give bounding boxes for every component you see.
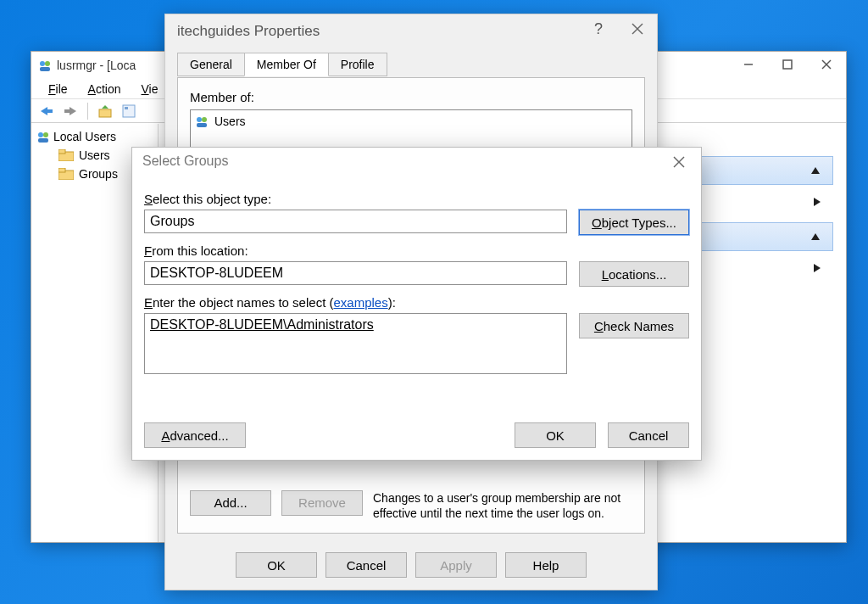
- object-type-field: Groups: [144, 210, 567, 233]
- ok-button[interactable]: OK: [236, 552, 317, 578]
- svg-rect-8: [47, 109, 53, 113]
- tab-general[interactable]: General: [177, 53, 245, 76]
- cancel-button[interactable]: Cancel: [326, 552, 407, 578]
- svg-marker-9: [70, 107, 76, 115]
- svg-point-1: [45, 61, 50, 66]
- svg-marker-7: [41, 107, 47, 115]
- folder-icon: [58, 168, 74, 180]
- properties-titlebar[interactable]: itechguides Properties ?: [165, 14, 657, 48]
- minimize-button[interactable]: [729, 52, 768, 77]
- object-types-button[interactable]: Object Types...: [579, 210, 689, 235]
- membership-note: Changes to a user's group membership are…: [373, 490, 632, 521]
- menu-file[interactable]: File: [38, 81, 78, 98]
- close-button[interactable]: [662, 151, 696, 173]
- svg-rect-19: [58, 149, 65, 154]
- cancel-button[interactable]: Cancel: [608, 422, 689, 448]
- tree-root[interactable]: Local Users: [33, 127, 156, 146]
- menu-view[interactable]: Vie: [131, 81, 169, 98]
- locations-button[interactable]: Locations...: [579, 261, 689, 287]
- svg-marker-25: [814, 264, 821, 272]
- help-button[interactable]: Help: [505, 552, 587, 578]
- object-names-value: DESKTOP-8LUDEEM\Administrators: [150, 317, 374, 333]
- select-titlebar[interactable]: Select Groups: [132, 148, 701, 175]
- add-button[interactable]: Add...: [190, 490, 271, 516]
- properties-title: itechguides Properties: [177, 23, 320, 40]
- tree-groups-label: Groups: [79, 167, 118, 181]
- svg-point-28: [197, 117, 202, 122]
- svg-point-0: [40, 61, 45, 66]
- tabstrip: General Member Of Profile: [177, 52, 657, 76]
- tab-profile[interactable]: Profile: [328, 53, 387, 76]
- select-title: Select Groups: [142, 154, 228, 169]
- svg-rect-11: [99, 109, 111, 117]
- maximize-button[interactable]: [768, 52, 807, 77]
- member-of-label: Member of:: [190, 90, 632, 104]
- group-icon: [36, 130, 50, 143]
- advanced-button[interactable]: Advanced...: [144, 422, 246, 448]
- svg-rect-17: [38, 138, 48, 143]
- forward-button[interactable]: [60, 102, 81, 120]
- tree-users-label: Users: [79, 148, 110, 162]
- up-folder-button[interactable]: [95, 102, 115, 120]
- properties-button[interactable]: [119, 102, 139, 120]
- tab-member-of[interactable]: Member Of: [244, 53, 329, 76]
- svg-point-29: [202, 117, 207, 122]
- svg-marker-23: [814, 198, 821, 206]
- menu-action[interactable]: Action: [78, 81, 131, 98]
- apply-button[interactable]: Apply: [415, 552, 497, 578]
- select-groups-dialog: Select Groups Select this object type: G…: [131, 147, 702, 461]
- remove-button[interactable]: Remove: [281, 490, 363, 516]
- svg-marker-22: [811, 167, 820, 174]
- svg-point-15: [38, 132, 43, 137]
- location-label: From this location:: [144, 243, 689, 258]
- close-button[interactable]: [618, 14, 657, 43]
- group-icon: [194, 115, 209, 128]
- close-button[interactable]: [807, 52, 846, 77]
- list-item[interactable]: Users: [192, 112, 630, 131]
- object-names-input[interactable]: DESKTOP-8LUDEEM\Administrators: [144, 313, 567, 374]
- chevron-up-icon: [810, 166, 821, 175]
- object-type-label: Select this object type:: [144, 192, 689, 206]
- chevron-right-icon: [813, 263, 821, 273]
- svg-rect-14: [125, 107, 128, 109]
- folder-icon: [58, 149, 74, 161]
- examples-link[interactable]: examples: [333, 295, 387, 310]
- ok-button[interactable]: OK: [515, 422, 596, 448]
- svg-rect-30: [197, 123, 207, 127]
- svg-rect-21: [58, 168, 65, 172]
- object-names-label: Enter the object names to select (exampl…: [144, 295, 689, 310]
- svg-marker-24: [811, 233, 820, 240]
- svg-point-16: [43, 132, 48, 137]
- separator: [87, 103, 88, 120]
- location-field: DESKTOP-8LUDEEM: [144, 261, 567, 285]
- tree-root-label: Local Users: [53, 130, 116, 143]
- main-title: lusrmgr - [Loca: [57, 59, 136, 72]
- people-icon: [38, 59, 52, 72]
- check-names-button[interactable]: Check Names: [579, 313, 689, 338]
- chevron-up-icon: [810, 232, 821, 241]
- svg-rect-4: [783, 60, 792, 69]
- chevron-right-icon: [813, 197, 821, 207]
- svg-rect-10: [64, 109, 70, 113]
- help-button[interactable]: ?: [579, 14, 618, 43]
- back-button[interactable]: [36, 102, 57, 120]
- svg-marker-12: [102, 105, 108, 109]
- list-item-label: Users: [214, 115, 246, 128]
- svg-rect-2: [40, 67, 50, 71]
